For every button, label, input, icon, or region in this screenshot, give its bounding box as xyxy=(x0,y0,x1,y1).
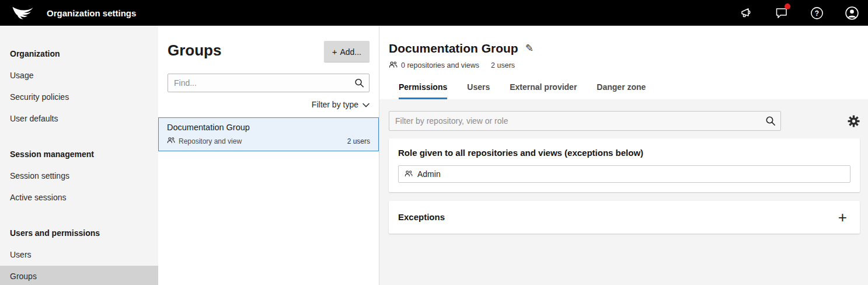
sidebar-header-users-permissions: Users and permissions xyxy=(0,223,158,244)
group-title: Documentation Group xyxy=(389,41,518,55)
add-group-button[interactable]: +Add... xyxy=(324,41,369,62)
edit-name-icon[interactable]: ✎ xyxy=(525,42,534,54)
group-item-users: 2 users xyxy=(347,137,370,145)
svg-text:?: ? xyxy=(814,9,818,17)
role-select[interactable]: Admin xyxy=(398,165,850,183)
meta-users: 2 users xyxy=(491,61,515,69)
search-icon xyxy=(765,116,776,126)
meta-repositories: 0 repositories and views xyxy=(401,61,479,69)
sidebar-item-groups[interactable]: Groups xyxy=(0,266,158,285)
chevron-down-icon xyxy=(362,100,369,109)
app-title: Organization settings xyxy=(47,8,136,18)
role-value: Admin xyxy=(417,169,441,179)
group-type-icon xyxy=(167,136,175,146)
permissions-tab-content: Role given to all repositories and views… xyxy=(379,99,868,285)
group-item-name: Documentation Group xyxy=(167,123,370,133)
sidebar-section-users-permissions: Users and permissions Users Groups xyxy=(0,223,158,285)
filter-permissions-input[interactable] xyxy=(389,111,781,131)
sidebar-section-organization: Organization Usage Security policies Use… xyxy=(0,43,158,130)
exceptions-heading: Exceptions xyxy=(398,212,445,223)
gear-icon[interactable] xyxy=(848,115,860,127)
group-list-item[interactable]: Documentation Group Repository and view … xyxy=(158,117,379,151)
settings-sidebar: Organization Usage Security policies Use… xyxy=(0,26,158,285)
sidebar-item-security-policies[interactable]: Security policies xyxy=(0,86,158,108)
group-detail-panel: Documentation Group ✎ 0 repositories and… xyxy=(379,26,868,285)
filter-by-type-dropdown[interactable]: Filter by type xyxy=(168,100,369,109)
sidebar-item-usage[interactable]: Usage xyxy=(0,65,158,86)
tab-external-provider[interactable]: External provider xyxy=(510,82,577,99)
notification-dot xyxy=(785,4,790,9)
sidebar-header-organization: Organization xyxy=(0,43,158,65)
sidebar-item-active-sessions[interactable]: Active sessions xyxy=(0,187,158,208)
sidebar-section-session-management: Session management Session settings Acti… xyxy=(0,144,158,208)
find-groups-field xyxy=(168,74,369,92)
help-icon[interactable]: ? xyxy=(805,0,828,26)
falcon-logo[interactable] xyxy=(11,5,39,20)
group-detail-header: Documentation Group ✎ 0 repositories and… xyxy=(379,26,868,99)
group-meta-row: 0 repositories and views 2 users xyxy=(389,60,859,71)
tab-permissions[interactable]: Permissions xyxy=(399,82,447,99)
announcement-icon[interactable] xyxy=(735,0,758,26)
group-item-type: Repository and view xyxy=(179,137,242,145)
groups-panel-header: Groups +Add... xyxy=(168,41,369,62)
feedback-icon[interactable] xyxy=(770,0,793,26)
tab-danger-zone[interactable]: Danger zone xyxy=(597,82,646,99)
main-layout: Organization Usage Security policies Use… xyxy=(0,26,868,285)
role-card: Role given to all repositories and views… xyxy=(389,138,860,192)
find-groups-input[interactable] xyxy=(168,74,369,92)
sidebar-item-users[interactable]: Users xyxy=(0,244,158,266)
role-card-heading: Role given to all repositories and views… xyxy=(398,148,850,158)
group-type-icon xyxy=(405,169,413,179)
group-item-meta: Repository and view 2 users xyxy=(167,136,370,146)
sidebar-item-session-settings[interactable]: Session settings xyxy=(0,165,158,187)
sidebar-header-session-management: Session management xyxy=(0,144,158,165)
add-button-label: Add... xyxy=(340,47,361,57)
tab-users[interactable]: Users xyxy=(467,82,490,99)
filter-by-type-label: Filter by type xyxy=(312,100,358,109)
account-avatar-icon[interactable] xyxy=(840,0,863,26)
groups-panel: Groups +Add... Filter by type Documentat… xyxy=(158,26,379,285)
groups-panel-title: Groups xyxy=(168,41,221,60)
group-list: Documentation Group Repository and view … xyxy=(158,117,379,151)
group-type-icon xyxy=(389,60,398,71)
plus-icon: + xyxy=(332,47,337,57)
sidebar-item-user-defaults[interactable]: User defaults xyxy=(0,108,158,130)
exceptions-card: Exceptions + xyxy=(389,201,860,234)
search-icon xyxy=(354,78,364,88)
topbar: Organization settings ? xyxy=(0,0,868,26)
permissions-filter-row xyxy=(389,111,860,131)
add-exception-button[interactable]: + xyxy=(838,210,850,224)
permissions-filter-field xyxy=(389,111,781,131)
detail-tabs: Permissions Users External provider Dang… xyxy=(389,82,859,99)
